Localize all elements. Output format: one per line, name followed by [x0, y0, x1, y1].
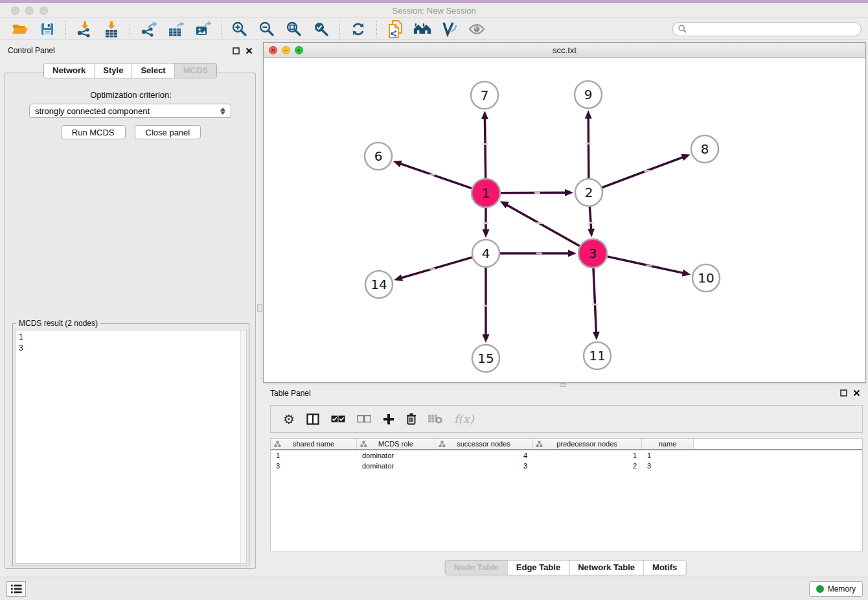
mcds-result-title: MCDS result (2 nodes) [16, 319, 100, 328]
export-image-icon[interactable] [194, 20, 212, 38]
graph-edge-3-1[interactable] [507, 205, 580, 246]
close-panel-icon[interactable] [853, 389, 860, 397]
table-cell: dominator [357, 462, 435, 470]
edge-label-mark [536, 253, 542, 255]
graph-edge-2-3[interactable] [589, 207, 591, 229]
open-session-icon[interactable] [11, 20, 29, 38]
search-icon [678, 25, 687, 33]
search-input[interactable] [690, 25, 856, 34]
zoom-fit-icon[interactable] [285, 20, 303, 38]
export-network-icon[interactable] [139, 20, 157, 38]
edge-label-mark [588, 222, 594, 224]
horizontal-splitter-handle[interactable] [560, 383, 566, 387]
refresh-layout-icon[interactable] [349, 20, 367, 38]
column-label: predecessor nodes [556, 440, 617, 448]
import-table-icon[interactable] [102, 20, 120, 38]
deselect-all-icon[interactable] [357, 415, 371, 422]
criterion-value: strongly connected component [35, 106, 150, 116]
network-canvas[interactable]: 7968124314101511 [264, 58, 865, 382]
window-title: Session: New Session [0, 6, 868, 16]
search-field[interactable] [672, 22, 862, 36]
close-panel-button[interactable]: Close panel [135, 125, 201, 139]
task-history-button[interactable] [6, 581, 26, 597]
columns-icon[interactable] [306, 413, 319, 425]
zoom-selected-icon[interactable] [312, 20, 330, 38]
graph-edge-2-8[interactable] [602, 157, 683, 188]
memory-button[interactable]: Memory [809, 581, 863, 597]
run-mcds-button[interactable]: Run MCDS [61, 125, 126, 139]
table-cell: 4 [435, 452, 532, 459]
network-window-titlebar[interactable]: ✕ − + scc.txt [264, 43, 865, 58]
column-header-predecessor-nodes[interactable]: predecessor nodes [532, 439, 642, 449]
export-table-icon[interactable] [166, 20, 185, 38]
graph-edge-3-10[interactable] [607, 257, 683, 273]
mcds-result-textarea[interactable]: 1 3 [15, 330, 247, 564]
tab-motifs[interactable]: Motifs [643, 560, 685, 575]
zoom-out-icon[interactable] [258, 20, 276, 38]
table-toolbar: ⚙ f(x) [270, 405, 863, 433]
mcds-result-text: 1 3 [19, 332, 237, 562]
column-header-shared-name[interactable]: shared name [271, 439, 357, 449]
table-cell: 1 [532, 452, 642, 459]
column-header-MCDS-role[interactable]: MCDS role [357, 439, 435, 449]
function-builder-icon[interactable]: f(x) [454, 412, 474, 426]
vizmapper-icon[interactable] [440, 20, 459, 38]
column-header-successor-nodes[interactable]: successor nodes [435, 439, 532, 449]
graph-edge-4-14[interactable] [402, 257, 472, 278]
close-panel-icon[interactable] [246, 47, 253, 54]
criterion-dropdown[interactable]: strongly connected component [29, 104, 231, 118]
graph-edge-1-7[interactable] [485, 119, 485, 178]
arrowhead-icon [483, 334, 490, 343]
network-graph[interactable]: 7968124314101511 [264, 58, 865, 382]
graph-node-label: 9 [584, 87, 593, 102]
float-panel-icon[interactable] [840, 389, 847, 397]
select-all-icon[interactable] [331, 415, 345, 422]
network-file-icon[interactable] [386, 20, 404, 38]
toolbar-separator [65, 21, 66, 38]
float-panel-icon[interactable] [233, 47, 240, 54]
tab-network[interactable]: Network [44, 63, 94, 78]
edge-label-mark [429, 268, 435, 270]
table-cell: dominator [357, 452, 435, 459]
application-window: Session: New Session [0, 0, 868, 600]
column-label: name [659, 440, 677, 448]
arrowhead-icon [681, 154, 690, 161]
arrowhead-icon [593, 332, 600, 340]
graph-edge-2-9[interactable] [588, 118, 589, 178]
tab-style[interactable]: Style [94, 63, 131, 78]
column-label: MCDS role [378, 440, 413, 448]
graph-node-label: 7 [481, 87, 489, 103]
main-toolbar [0, 18, 868, 40]
add-column-icon[interactable] [383, 413, 394, 425]
gear-icon[interactable]: ⚙ [283, 413, 295, 426]
table-row[interactable]: 3dominator323 [271, 461, 862, 471]
edge-label-mark [483, 305, 489, 307]
table-cell: 1 [271, 452, 357, 459]
column-header-name[interactable]: name [642, 439, 694, 449]
graph-edge-1-2[interactable] [501, 192, 565, 193]
sort-hierarchy-icon [274, 441, 281, 448]
save-session-icon[interactable] [38, 20, 56, 38]
home-icon[interactable] [413, 20, 431, 38]
graph-edge-1-6[interactable] [400, 164, 472, 189]
edge-label-mark [644, 170, 650, 172]
tab-mcds[interactable]: MCDS [174, 63, 216, 78]
scrollbar[interactable] [240, 330, 246, 563]
sort-hierarchy-icon [536, 441, 543, 448]
delete-table-icon[interactable] [428, 414, 442, 424]
import-network-icon[interactable] [75, 20, 93, 38]
tab-node-table[interactable]: Node Table [446, 560, 507, 575]
tab-select[interactable]: Select [131, 63, 174, 78]
eye-icon[interactable] [468, 20, 486, 38]
graph-edge-3-11[interactable] [593, 268, 596, 332]
zoom-in-icon[interactable] [231, 20, 249, 38]
vertical-splitter-handle[interactable] [257, 304, 262, 312]
tab-edge-table[interactable]: Edge Table [507, 560, 569, 575]
tab-network-table[interactable]: Network Table [569, 560, 643, 575]
table-body: 1dominator4113dominator323 [271, 450, 862, 471]
graph-node-label: 3 [589, 246, 597, 261]
graph-node-label: 15 [477, 351, 494, 366]
delete-column-icon[interactable] [406, 413, 417, 425]
arrowhead-icon [682, 270, 691, 277]
table-row[interactable]: 1dominator411 [271, 450, 862, 461]
